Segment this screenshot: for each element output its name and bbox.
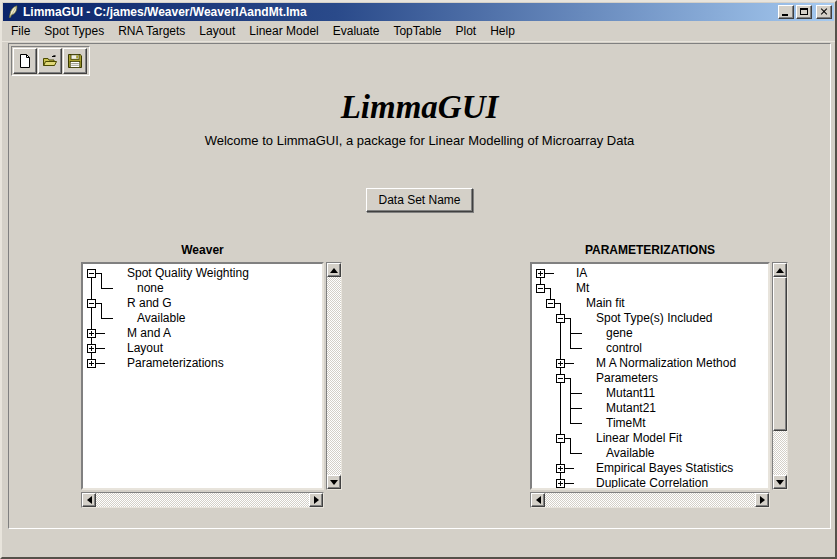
weaver-vertical-scrollbar[interactable] [326, 262, 342, 490]
tree-item-label[interactable]: Main fit [586, 296, 625, 311]
tree-line [570, 408, 571, 416]
save-floppy-icon [67, 53, 83, 69]
tree-item-label[interactable]: Layout [127, 341, 163, 356]
tree-item-label[interactable]: Duplicate Correlation [596, 476, 708, 490]
parameterizations-horizontal-scrollbar[interactable] [530, 492, 770, 508]
expand-toggle-icon[interactable] [87, 329, 96, 338]
tree-line [570, 348, 582, 349]
menu-item-toptable[interactable]: TopTable [386, 22, 448, 40]
scroll-left-button[interactable] [531, 493, 545, 507]
tree-item-label[interactable]: Spot Type(s) Included [596, 311, 713, 326]
tree-item-label[interactable]: IA [576, 266, 587, 281]
scroll-track[interactable] [545, 493, 755, 507]
tree-line [564, 363, 574, 364]
tree-item-label[interactable]: Empirical Bayes Statistics [596, 461, 733, 476]
content-frame: LimmaGUI Welcome to LimmaGUI, a package … [8, 43, 831, 529]
tree-row: control [532, 341, 768, 356]
expand-toggle-icon[interactable] [87, 359, 96, 368]
open-file-button[interactable] [38, 48, 62, 74]
tree-line [570, 438, 571, 446]
tree-item-label[interactable]: none [137, 281, 164, 296]
new-document-icon [17, 53, 33, 69]
tree-line [95, 333, 105, 334]
new-file-button[interactable] [13, 48, 37, 74]
tree-line [95, 348, 105, 349]
menu-item-file[interactable]: File [4, 22, 37, 40]
window-title: LimmaGUI - C:/james/Weaver/WeaverIAandMt… [23, 3, 778, 21]
close-button[interactable] [816, 5, 832, 19]
menu-item-layout[interactable]: Layout [192, 22, 242, 40]
scroll-thumb[interactable] [773, 277, 787, 431]
data-set-name-button[interactable]: Data Set Name [366, 188, 472, 212]
tree-item-label[interactable]: M A Normalization Method [596, 356, 736, 371]
scroll-up-button[interactable] [327, 263, 341, 277]
tree-row: M A Normalization Method [532, 356, 768, 371]
tree-line [570, 408, 582, 409]
collapse-toggle-icon[interactable] [536, 284, 545, 293]
tree-item-label[interactable]: R and G [127, 296, 172, 311]
app-window: LimmaGUI - C:/james/Weaver/WeaverIAandMt… [0, 0, 837, 559]
scroll-right-button[interactable] [755, 493, 769, 507]
tree-line [570, 333, 582, 334]
tree-item-label[interactable]: Mutant21 [606, 401, 656, 416]
tree-item-label[interactable]: Parameters [596, 371, 658, 386]
menu-item-linear-model[interactable]: Linear Model [242, 22, 325, 40]
menu-item-help[interactable]: Help [483, 22, 522, 40]
tree-item-label[interactable]: Available [606, 446, 654, 461]
collapse-toggle-icon[interactable] [87, 299, 96, 308]
scroll-track[interactable] [96, 493, 309, 507]
scroll-down-button[interactable] [773, 475, 787, 489]
minimize-button[interactable] [778, 5, 794, 19]
expand-toggle-icon[interactable] [536, 269, 545, 278]
tree-item-label[interactable]: Mutant11 [606, 386, 655, 401]
tree-row: Parameters [532, 371, 768, 386]
weaver-horizontal-scrollbar[interactable] [81, 492, 324, 508]
tree-item-label[interactable]: Mt [576, 281, 589, 296]
tree-line [570, 318, 571, 326]
tree-line [570, 326, 571, 333]
scroll-left-button[interactable] [82, 493, 96, 507]
menu-item-rna-targets[interactable]: RNA Targets [111, 22, 192, 40]
collapse-toggle-icon[interactable] [87, 269, 96, 278]
menu-item-spot-types[interactable]: Spot Types [37, 22, 111, 40]
collapse-toggle-icon[interactable] [546, 299, 555, 308]
expand-toggle-icon[interactable] [556, 464, 565, 473]
tree-item-label[interactable]: Spot Quality Weighting [127, 266, 249, 281]
collapse-toggle-icon[interactable] [556, 374, 565, 383]
scroll-right-button[interactable] [309, 493, 323, 507]
tree-line [570, 401, 571, 408]
maximize-icon [800, 8, 808, 15]
expand-toggle-icon[interactable] [556, 479, 565, 488]
scroll-down-button[interactable] [327, 475, 341, 489]
scroll-up-button[interactable] [773, 263, 787, 277]
menu-item-plot[interactable]: Plot [448, 22, 483, 40]
page-title: LimmaGUI [9, 88, 830, 126]
dataset-row: Data Set Name [9, 188, 830, 212]
arrow-down-icon [330, 480, 338, 485]
tree-item-label[interactable]: Available [137, 311, 185, 326]
expand-toggle-icon[interactable] [87, 344, 96, 353]
tree-row: Duplicate Correlation [532, 476, 768, 490]
tree-item-label[interactable]: gene [606, 326, 633, 341]
scroll-track[interactable] [773, 277, 787, 475]
collapse-toggle-icon[interactable] [556, 434, 565, 443]
tree-row: TimeMt [532, 416, 768, 431]
menu-item-evaluate[interactable]: Evaluate [326, 22, 387, 40]
tree-row: Spot Quality Weighting [83, 266, 322, 281]
tree-line [91, 311, 92, 326]
tree-item-label[interactable]: control [606, 341, 642, 356]
maximize-button[interactable] [796, 5, 812, 19]
tree-row: none [83, 281, 322, 296]
tree-line [570, 446, 571, 453]
scroll-track[interactable] [327, 277, 341, 475]
save-file-button[interactable] [63, 48, 87, 74]
tree-item-label[interactable]: Parameterizations [127, 356, 224, 371]
title-bar[interactable]: LimmaGUI - C:/james/Weaver/WeaverIAandMt… [3, 3, 834, 21]
parameterizations-vertical-scrollbar[interactable] [772, 262, 788, 490]
expand-toggle-icon[interactable] [556, 359, 565, 368]
tree-item-label[interactable]: M and A [127, 326, 171, 341]
tree-item-label[interactable]: Linear Model Fit [596, 431, 682, 446]
tree-item-label[interactable]: TimeMt [606, 416, 646, 431]
collapse-toggle-icon[interactable] [556, 314, 565, 323]
tree-row: Available [532, 446, 768, 461]
